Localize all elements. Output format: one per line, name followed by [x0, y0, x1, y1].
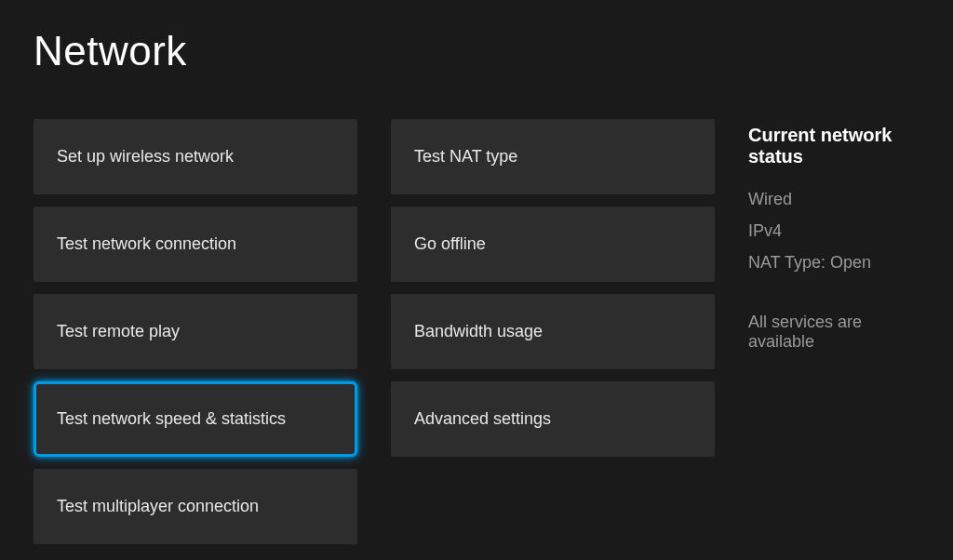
network-options-column-2: Test NAT type Go offline Bandwidth usage…: [391, 119, 715, 544]
test-speed-statistics-button[interactable]: Test network speed & statistics: [34, 381, 357, 457]
setup-wireless-button[interactable]: Set up wireless network: [34, 119, 357, 194]
advanced-settings-button[interactable]: Advanced settings: [391, 381, 715, 457]
test-multiplayer-button[interactable]: Test multiplayer connection: [34, 469, 357, 544]
test-remote-play-button[interactable]: Test remote play: [34, 294, 357, 369]
status-connection-type: Wired: [748, 190, 919, 209]
status-nat-type: NAT Type: Open: [748, 253, 919, 273]
page-title: Network: [34, 28, 919, 74]
go-offline-button[interactable]: Go offline: [391, 207, 715, 282]
network-options-column-1: Set up wireless network Test network con…: [34, 119, 357, 544]
test-connection-button[interactable]: Test network connection: [34, 207, 357, 282]
bandwidth-usage-button[interactable]: Bandwidth usage: [391, 294, 715, 369]
status-services: All services are available: [748, 313, 919, 352]
network-status-panel: Current network status Wired IPv4 NAT Ty…: [748, 119, 919, 544]
test-nat-type-button[interactable]: Test NAT type: [391, 119, 715, 194]
status-ip-version: IPv4: [748, 221, 919, 241]
status-title: Current network status: [748, 125, 919, 167]
